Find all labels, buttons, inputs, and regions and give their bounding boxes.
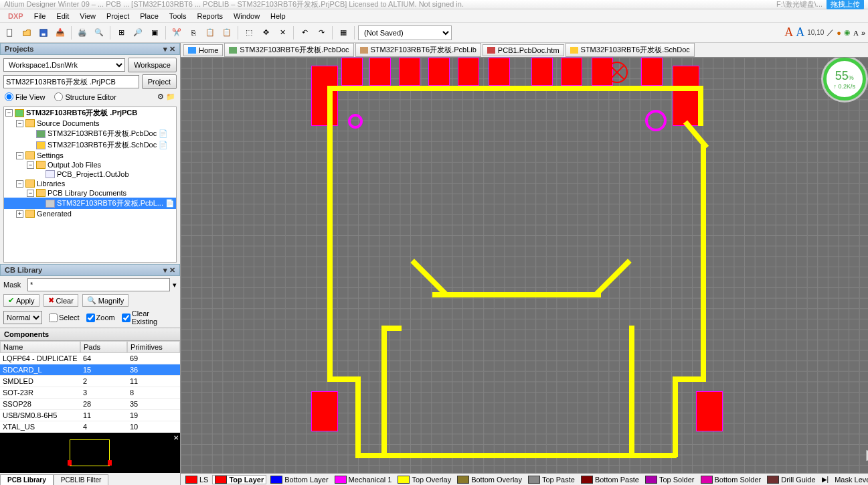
layer-tab[interactable]: Top Solder [643, 476, 697, 484]
menu-view[interactable]: View [74, 11, 101, 21]
layer-tab[interactable]: Bottom Overlay [455, 476, 524, 484]
project-field[interactable] [3, 75, 139, 88]
tree-collapse-icon[interactable]: − [16, 120, 23, 127]
table-row[interactable]: SMDLED211 [0, 376, 180, 387]
table-row[interactable]: LQFP64 - DUPLICATE6469 [0, 353, 180, 364]
cloud-upload-badge[interactable]: 拖拽上传 [827, 0, 864, 10]
mode-select[interactable]: Normal [3, 311, 42, 324]
mask-input[interactable] [27, 278, 170, 291]
project-button[interactable]: Project [142, 74, 177, 89]
close-preview-icon[interactable]: ✕ [173, 434, 179, 441]
stroke-font-a-icon[interactable]: A [784, 25, 793, 40]
select-icon[interactable]: ⬚ [242, 25, 256, 40]
menu-reports[interactable]: Reports [191, 11, 228, 21]
panel-options-icon[interactable]: ⚙ 📁 [157, 92, 175, 101]
layer-tab[interactable]: Bottom Paste [579, 476, 641, 484]
menu-dxp[interactable]: DXP [3, 11, 29, 21]
col-primitives[interactable]: Primitives [127, 341, 180, 353]
tab-home[interactable]: Home [183, 44, 223, 56]
menu-help[interactable]: Help [265, 11, 291, 21]
menu-edit[interactable]: Edit [51, 11, 74, 21]
pcb-canvas[interactable]: 55% ↑ 0.2K/s [181, 58, 868, 473]
clear-existing-checkbox[interactable]: Clear Existing [122, 309, 177, 326]
grid-icon[interactable]: ▦ [336, 25, 351, 40]
deselect-icon[interactable]: ✕ [275, 25, 290, 40]
pad-icon[interactable]: ● [837, 29, 841, 37]
workspace-button[interactable]: Workspace [128, 58, 177, 72]
tree-collapse-icon[interactable]: − [16, 152, 23, 159]
tab-pcbdoc[interactable]: STM32F103RBT6开发板.PcbDoc [224, 43, 353, 57]
zoom-selection-icon[interactable]: ▣ [147, 25, 162, 40]
layer-nav-right[interactable]: ▶| [820, 476, 831, 483]
menu-window[interactable]: Window [228, 11, 265, 21]
import-icon[interactable]: 📥 [53, 25, 68, 40]
select-checkbox[interactable]: Select [49, 314, 80, 322]
menu-file[interactable]: File [29, 11, 52, 21]
menu-place[interactable]: Place [135, 11, 164, 21]
tab-schdoc[interactable]: STM32F103RBT6开发板.SchDoc [566, 43, 695, 57]
tab-pcb-library[interactable]: PCB Library [0, 474, 54, 485]
tree-root[interactable]: STM32F103RBT6开发板 .PrjPCB [26, 108, 137, 118]
move-icon[interactable]: ✥ [258, 25, 273, 40]
table-row[interactable]: XTAL_US410 [0, 421, 180, 433]
tree-source-docs[interactable]: Source Documents [37, 119, 100, 127]
layer-tab[interactable]: Mechanical 1 [333, 476, 394, 484]
tree-pcblib-docs[interactable]: PCB Library Documents [48, 189, 126, 197]
menu-tools[interactable]: Tools [164, 11, 192, 21]
more-icon[interactable]: » [861, 29, 865, 37]
layer-tab[interactable]: Top Overlay [396, 476, 453, 484]
clear-button[interactable]: ✖Clear [44, 294, 78, 307]
tree-collapse-icon[interactable]: − [27, 161, 34, 169]
print-icon[interactable]: 🖨️ [75, 25, 90, 40]
tree-outjob-file[interactable]: PCB_Project1.OutJob [57, 170, 129, 178]
tree-settings[interactable]: Settings [37, 151, 64, 159]
tree-schdoc[interactable]: STM32F103RBT6开发板.SchDoc [48, 140, 157, 150]
copy-icon[interactable]: ⎘ [186, 25, 201, 40]
tree-outputjob[interactable]: Output Job Files [48, 161, 101, 169]
layer-tab[interactable]: Drill Guide [765, 476, 817, 484]
cut-icon[interactable]: ✂️ [169, 25, 184, 40]
table-row[interactable]: SOT-23R38 [0, 387, 180, 399]
redo-icon[interactable]: ↷ [314, 25, 329, 40]
table-row[interactable]: USB/SM0.8-6H51119 [0, 410, 180, 421]
via-icon[interactable]: ◉ [844, 28, 851, 37]
tree-expand-icon[interactable]: + [16, 210, 23, 218]
magnify-button[interactable]: 🔍Magnify [82, 294, 129, 307]
zoom-extents-icon[interactable]: ⊞ [114, 25, 128, 40]
project-tree[interactable]: −STM32F103RBT6开发板 .PrjPCB −Source Docume… [3, 107, 177, 263]
tree-pcblib-file[interactable]: STM32F103RBT6开发板.PcbL... 📄 [4, 198, 176, 209]
tab-pcbhtm[interactable]: PCB1.PcbDoc.htm [483, 44, 564, 56]
zoom-checkbox[interactable]: Zoom [86, 314, 115, 322]
tree-collapse-icon[interactable]: − [5, 109, 13, 117]
string-icon[interactable]: A [853, 29, 859, 37]
panel-dropdown-icon[interactable]: ▾ ✕ [163, 45, 175, 54]
new-icon[interactable] [3, 25, 17, 40]
undo-icon[interactable]: ↶ [297, 25, 312, 40]
saved-view-select[interactable]: (Not Saved) [358, 25, 452, 40]
tree-collapse-icon[interactable]: − [27, 190, 34, 197]
table-row[interactable]: SSOP282835 [0, 399, 180, 410]
tree-generated[interactable]: Generated [37, 210, 72, 218]
table-row[interactable]: SDCARD_L1536 [0, 364, 180, 376]
layer-tab[interactable]: Top Paste [526, 476, 577, 484]
apply-button[interactable]: ✔Apply [3, 294, 39, 307]
layer-tab[interactable]: Top Layer [212, 475, 266, 484]
open-icon[interactable] [19, 25, 34, 40]
panel-dropdown-icon[interactable]: ▾ ✕ [163, 266, 175, 275]
structure-editor-radio[interactable]: Structure Editor [54, 92, 116, 101]
col-name[interactable]: Name [0, 341, 80, 353]
preview-icon[interactable]: 🔍 [92, 25, 106, 40]
mask-level[interactable]: Mask Level [833, 476, 868, 484]
file-view-radio[interactable]: File View [5, 92, 45, 101]
zoom-in-icon[interactable]: 🔎 [131, 25, 145, 40]
stroke-font-a2-icon[interactable]: A [796, 25, 804, 40]
menu-project[interactable]: Project [101, 11, 135, 21]
tab-pcblib-filter[interactable]: PCBLIB Filter [54, 474, 109, 485]
tree-collapse-icon[interactable]: − [16, 180, 23, 188]
tree-pcbdoc[interactable]: STM32F103RBT6开发板.PcbDoc [48, 129, 157, 139]
layer-tab[interactable]: Bottom Solder [699, 476, 764, 484]
workspace-select[interactable]: Workspace1.DsnWrk [3, 58, 125, 72]
components-table[interactable]: Name Pads Primitives LQFP64 - DUPLICATE6… [0, 341, 180, 433]
layer-tab[interactable]: Bottom Layer [268, 476, 330, 484]
line-icon[interactable]: ／ [827, 27, 834, 38]
